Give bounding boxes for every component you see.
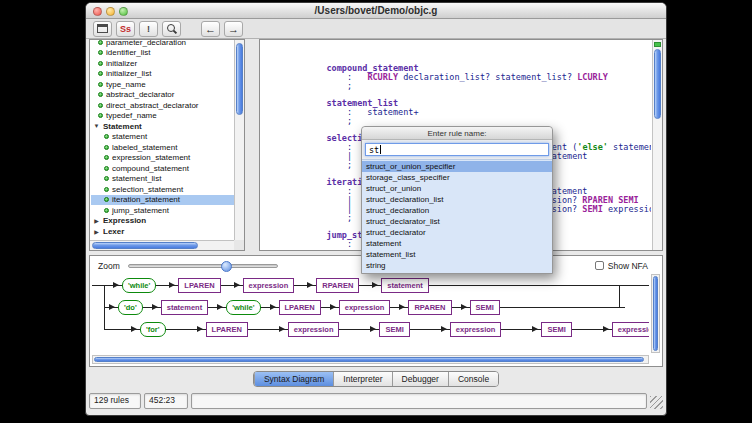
diagram-node[interactable]: expression — [450, 322, 502, 337]
completion-item[interactable]: struct_or_union_specifier — [362, 161, 552, 172]
rule-name-input[interactable]: st — [365, 143, 549, 156]
tab[interactable]: Interpreter — [333, 372, 391, 386]
diagram-node-wrap: RPAREN — [390, 300, 451, 315]
zoom-button[interactable] — [119, 7, 128, 16]
toolbar-button-check-grammar[interactable]: ! — [139, 21, 158, 37]
diagram-node[interactable]: RPAREN — [408, 300, 451, 315]
arrow-icon — [100, 282, 122, 288]
tree-item[interactable]: initializer_list — [91, 69, 234, 80]
editor-vertical-scroll-thumb[interactable] — [654, 49, 661, 119]
toolbar-button-label: ! — [147, 24, 150, 34]
toolbar-button-forward[interactable]: → — [224, 21, 243, 37]
tree-item[interactable]: identifier_list — [91, 48, 234, 59]
diagram-row: 'for' LPAREN expression SEMI — [92, 318, 649, 340]
diagram-vertical-scrollbar[interactable] — [651, 274, 660, 353]
tree-item[interactable]: expression_statement — [91, 153, 234, 164]
diagram-horizontal-scrollbar[interactable] — [92, 355, 649, 364]
tree-item-label: expression_statement — [112, 153, 190, 162]
diagram-node[interactable]: expression — [612, 322, 649, 337]
tree-item[interactable]: statement — [91, 132, 234, 143]
diagram-node[interactable]: LPAREN — [279, 300, 321, 315]
zoom-slider-thumb[interactable] — [221, 261, 232, 272]
tree-item[interactable]: initializer — [91, 58, 234, 69]
completion-item[interactable]: struct_declaration_list — [362, 194, 552, 205]
diagram-node[interactable]: LPAREN — [206, 322, 248, 337]
diagram-node[interactable]: LPAREN — [178, 278, 220, 293]
tab[interactable]: Syntax Diagram — [254, 372, 333, 386]
tree-item[interactable]: abstract_declarator — [91, 90, 234, 101]
diagram-node[interactable]: statement — [161, 300, 208, 315]
diagram-node-wrap: 'while' — [100, 278, 156, 293]
diagram-node-wrap: 'while' — [208, 300, 260, 315]
completion-item[interactable]: struct_declarator — [362, 227, 552, 238]
zoom-slider[interactable] — [128, 264, 278, 268]
tree-item[interactable]: direct_abstract_declarator — [91, 100, 234, 111]
editor-vertical-scrollbar[interactable] — [652, 40, 662, 250]
completion-item[interactable]: struct_or_union — [362, 183, 552, 194]
diagram-node[interactable]: 'while' — [122, 278, 156, 293]
tree-item-label: initializer_list — [106, 69, 151, 78]
disclosure-triangle-icon[interactable]: ▶ — [93, 228, 100, 235]
completion-item[interactable]: statement — [362, 238, 552, 249]
rule-tree-list: parameter_declaration identifier_list in… — [91, 40, 234, 237]
toolbar-button-find[interactable] — [162, 21, 181, 37]
diagram-node[interactable]: 'while' — [226, 300, 260, 315]
diagram-node[interactable]: SEMI — [541, 322, 571, 337]
tree-item[interactable]: selection_statement — [91, 184, 234, 195]
tree-item[interactable]: ▶ Lexer — [91, 226, 234, 237]
diagram-node[interactable]: SEMI — [379, 322, 409, 337]
diagram-vertical-scroll-thumb[interactable] — [653, 276, 658, 351]
title-bar[interactable]: /Users/bovet/Demo/objc.g — [86, 3, 666, 19]
rule-icon — [104, 197, 109, 202]
code-segment: SEMI — [582, 204, 602, 214]
tree-item[interactable]: statement_list — [91, 174, 234, 185]
tree-vertical-scroll-thumb[interactable] — [236, 43, 243, 115]
tree-item[interactable]: jump_statement — [91, 205, 234, 216]
completion-item[interactable]: struct_declaration — [362, 205, 552, 216]
editor-annotation-marker — [654, 42, 661, 47]
minimize-button[interactable] — [106, 7, 115, 16]
diagram-node[interactable]: statement — [381, 278, 428, 293]
tree-horizontal-scrollbar[interactable] — [90, 240, 234, 250]
toolbar-button-case[interactable]: Ss — [116, 21, 135, 37]
tree-item-label: statement — [112, 132, 147, 141]
diagram-node[interactable]: 'do' — [118, 300, 143, 315]
tree-vertical-scrollbar[interactable] — [234, 40, 244, 240]
toolbar-button-back[interactable]: ← — [201, 21, 220, 37]
completion-item[interactable]: statement_list — [362, 249, 552, 260]
diagram-node[interactable]: expression — [288, 322, 340, 337]
rule-icon — [104, 176, 109, 181]
tree-item[interactable]: ▶ Expression — [91, 216, 234, 227]
diagram-node[interactable]: expression — [243, 278, 295, 293]
diagram-node[interactable]: RPAREN — [316, 278, 359, 293]
close-button[interactable] — [93, 7, 102, 16]
tree-item[interactable]: ▼ Statement — [91, 121, 234, 132]
tree-horizontal-scroll-thumb[interactable] — [92, 242, 198, 249]
tree-item[interactable]: parameter_declaration — [91, 40, 234, 48]
tree-item[interactable]: labeled_statement — [91, 142, 234, 153]
disclosure-triangle-icon[interactable]: ▶ — [93, 217, 100, 224]
completion-item[interactable]: string — [362, 260, 552, 271]
diagram-node[interactable]: SEMI — [470, 300, 500, 315]
diagram-node[interactable]: expression — [339, 300, 391, 315]
diagram-node[interactable]: 'for' — [140, 322, 166, 337]
diagram-node-wrap: expression — [321, 300, 391, 315]
code-segment: expression? — [603, 204, 651, 214]
completion-item[interactable]: struct_declarator_list — [362, 216, 552, 227]
tree-item[interactable]: typedef_name — [91, 111, 234, 122]
arrow-icon — [100, 326, 140, 332]
tree-item[interactable]: compound_statement — [91, 163, 234, 174]
resize-grip[interactable] — [650, 396, 663, 409]
diagram-horizontal-scroll-thumb[interactable] — [94, 357, 644, 362]
arrow-icon — [143, 304, 161, 310]
tree-item-label: abstract_declarator — [106, 90, 174, 99]
tab[interactable]: Debugger — [392, 372, 448, 386]
disclosure-triangle-icon[interactable]: ▼ — [93, 123, 100, 129]
tree-item[interactable]: iteration_statement — [91, 195, 234, 206]
show-nfa-checkbox[interactable] — [595, 261, 604, 270]
tab[interactable]: Console — [448, 372, 498, 386]
completion-item[interactable]: storage_class_specifier — [362, 172, 552, 183]
toolbar-button-console[interactable] — [93, 21, 112, 37]
tree-item[interactable]: type_name — [91, 79, 234, 90]
code-segment: RCURLY — [367, 72, 398, 82]
